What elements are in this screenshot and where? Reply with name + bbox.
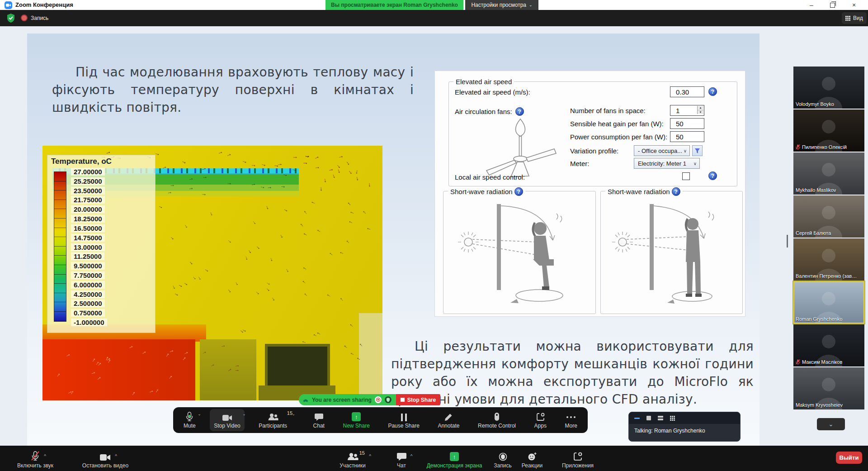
new-share-button[interactable]: ↑ New Share	[339, 409, 374, 431]
participant-name: Mykhailo Maslikov	[796, 187, 836, 193]
reactions-button[interactable]: Реакции	[518, 450, 546, 469]
minimize-view-icon[interactable]	[634, 418, 640, 419]
help-icon[interactable]: ?	[672, 187, 680, 196]
legend-value: 18.25000	[71, 215, 105, 223]
filter-button[interactable]	[692, 145, 703, 156]
heat-gain-input[interactable]: 50	[670, 118, 704, 129]
spinner-control[interactable]: ▲▼	[697, 106, 703, 114]
leave-button[interactable]: Выйти	[836, 452, 862, 464]
velocity-arrow: →	[247, 247, 255, 255]
stop-video-button[interactable]: Stop Video ⌄	[210, 409, 245, 431]
stop-video-button-bottom[interactable]: ^ Остановить видео	[71, 450, 139, 469]
velocity-arrow: →	[284, 266, 292, 274]
help-icon[interactable]: ?	[514, 187, 523, 196]
participant-tile[interactable]: Максим Маслiков	[793, 324, 864, 366]
participant-tile[interactable]: Mykhailo Maslikov	[793, 152, 864, 195]
record-button[interactable]: Запись	[489, 450, 516, 469]
zoom-app-icon	[5, 1, 12, 9]
unmute-button[interactable]: ^ Включить звук	[6, 450, 64, 469]
security-shield-icon[interactable]	[6, 13, 15, 23]
more-button[interactable]: More	[561, 409, 581, 431]
participant-tile[interactable]: Пилипенко Олексій	[793, 109, 864, 152]
groupbox-label: Elevated air speed	[453, 78, 514, 86]
mute-button[interactable]: Mute ⌄	[179, 409, 200, 431]
remote-control-button[interactable]: Remote Control	[474, 409, 520, 431]
help-icon[interactable]: ?	[708, 171, 717, 180]
chevron-down-icon[interactable]: ⌄	[242, 412, 246, 416]
camera-icon	[222, 411, 232, 421]
close-button[interactable]: ×	[846, 0, 862, 10]
apps-button-bottom[interactable]: Приложения	[557, 450, 599, 469]
record-indicator-icon[interactable]	[375, 396, 382, 403]
participant-tile[interactable]: Maksym Kryvosheiev	[793, 367, 864, 409]
local-control-checkbox[interactable]	[682, 172, 690, 180]
participant-tile[interactable]: Volodymyr Boyko	[793, 67, 864, 109]
sun-icon	[612, 232, 633, 252]
velocity-arrow: →	[330, 172, 338, 180]
num-fans-label: Number of fans in space:	[570, 107, 646, 114]
speaker-view-icon[interactable]	[646, 416, 651, 420]
help-icon[interactable]: ?	[515, 107, 524, 116]
meter-label: Meter:	[570, 160, 590, 167]
legend-value: -1.000000	[71, 319, 107, 326]
sidebar-resize-handle[interactable]	[787, 235, 788, 247]
share-screen-button[interactable]: ↑ Демонстрация экрана	[423, 450, 486, 469]
velocity-arrow: →	[241, 157, 249, 165]
split-view-icon[interactable]	[658, 416, 663, 420]
chevron-up-icon[interactable]: ^	[410, 454, 413, 459]
legend-value: 2.500000	[71, 300, 105, 307]
recording-indicator[interactable]: Запись	[21, 14, 48, 21]
velocity-arrow: →	[188, 175, 194, 181]
legend-values: 27.0000025.2500023.5000021.7500020.00000…	[71, 168, 151, 326]
chevron-down-icon[interactable]: ⌄	[198, 412, 201, 416]
meter-dropdown[interactable]: Electricity: Meter 1∨	[634, 158, 700, 169]
speed-input[interactable]: 0.30	[670, 86, 704, 97]
velocity-arrow: →	[360, 209, 368, 217]
grid-view-icon	[845, 16, 850, 21]
variation-dropdown[interactable]: - Office occupa...∨	[634, 145, 690, 156]
zoom-meeting-window: Zoom Конференция Вы просматриваете экран…	[0, 0, 868, 471]
chevron-up-icon[interactable]: ^	[115, 454, 117, 459]
security-icon[interactable]	[385, 396, 392, 403]
velocity-arrow: →	[341, 343, 349, 351]
sharing-status-pill: You are screen sharing	[299, 394, 396, 405]
restore-button[interactable]	[825, 0, 840, 10]
chat-button[interactable]: Chat	[309, 409, 329, 431]
participants-button-bottom[interactable]: 15 ^ Участники	[330, 450, 375, 469]
velocity-arrow: →	[283, 206, 290, 213]
help-icon[interactable]: ?	[708, 87, 717, 96]
num-fans-input[interactable]: 1 ▲▼	[670, 105, 704, 116]
apps-button[interactable]: Apps	[530, 409, 551, 431]
velocity-arrow: →	[216, 148, 223, 155]
share-screen-icon: ↑	[352, 412, 361, 421]
collapse-videos-button[interactable]: ⌄	[817, 418, 845, 430]
gallery-view-icon[interactable]	[670, 416, 675, 421]
standing-person-diagram	[601, 191, 741, 309]
power-input[interactable]: 50	[670, 131, 704, 142]
meeting-info-bar: Запись Вид	[0, 10, 868, 26]
chat-button-bottom[interactable]: ^ Чат	[387, 450, 416, 469]
stop-share-button[interactable]: Stop Share	[396, 394, 440, 405]
pause-share-button[interactable]: Pause Share	[384, 409, 423, 431]
chevron-up-icon[interactable]: ^	[369, 454, 371, 459]
minimize-button[interactable]: –	[804, 0, 819, 10]
velocity-arrow: →	[188, 185, 193, 190]
velocity-arrow: →	[269, 256, 276, 263]
annotate-button[interactable]: Annotate	[434, 409, 463, 431]
view-settings-dropdown[interactable]: Настройки просмотра⌄	[465, 0, 538, 10]
chevron-down-icon: ∨	[684, 148, 687, 153]
chevron-up-icon[interactable]: ^	[44, 454, 46, 459]
chevron-down-icon[interactable]: ⌄	[292, 412, 295, 416]
restore-icon	[830, 3, 835, 8]
participant-tile[interactable]: Сергей Балюта	[793, 195, 864, 238]
record-icon	[499, 450, 507, 461]
participant-tile[interactable]: Roman Gryshchenko	[793, 281, 864, 324]
velocity-arrow: →	[169, 234, 177, 242]
velocity-arrow: →	[301, 232, 308, 239]
participant-tile[interactable]: Валентин Петренко (зав…	[793, 238, 864, 281]
participants-button[interactable]: Participants 15 ⌄	[255, 409, 299, 431]
variation-label: Variation profile:	[570, 147, 618, 155]
velocity-arrow: →	[301, 266, 308, 273]
view-button[interactable]: Вид	[842, 12, 867, 24]
velocity-arrow: →	[302, 292, 309, 300]
